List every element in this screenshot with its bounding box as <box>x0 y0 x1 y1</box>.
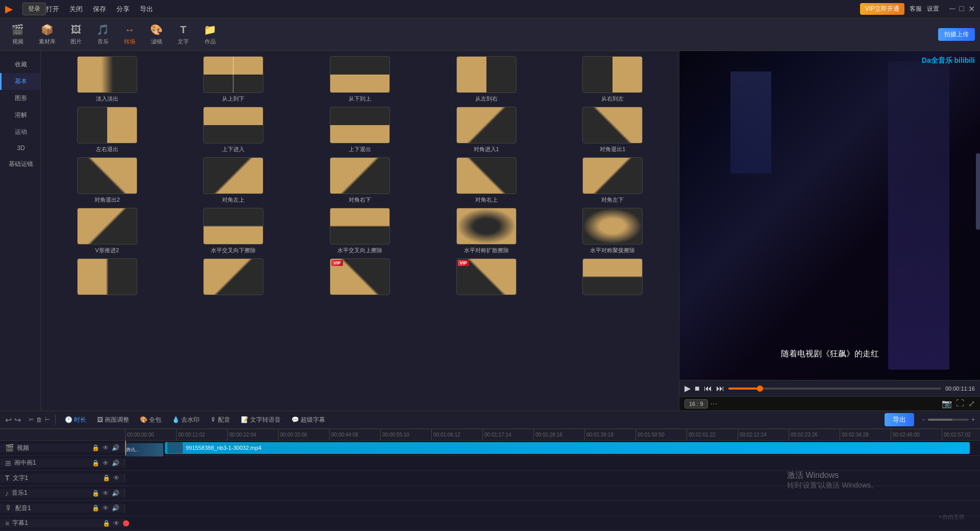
vip-button[interactable]: VIP立即开通 <box>860 3 904 15</box>
music-track-content[interactable] <box>125 486 980 501</box>
text-voice-button[interactable]: 📝 文字转语音 <box>237 414 285 426</box>
music-eye-icon[interactable]: 👁 <box>103 490 109 497</box>
watermark-button[interactable]: 💧 去水印 <box>168 414 204 426</box>
transition-h-sym-gather[interactable]: 水平对称聚拢擦除 <box>551 208 674 254</box>
sidebar-item-base-mirror[interactable]: 基础运镜 <box>0 156 40 173</box>
transition-more4[interactable]: VIP <box>425 258 548 297</box>
toolbar-filter[interactable]: 🎨 滤镜 <box>144 20 169 49</box>
zoom-in-button[interactable]: + <box>971 416 975 423</box>
close-button[interactable]: ✕ <box>968 4 975 14</box>
toolbar-transition[interactable]: ↔ 转场 <box>118 21 141 49</box>
caption-track-content[interactable] <box>125 516 980 531</box>
music-audio-icon[interactable]: 🔊 <box>112 490 119 497</box>
text-lock-icon[interactable]: 🔒 <box>103 474 110 481</box>
voiceover-eye-icon[interactable]: 👁 <box>103 504 109 512</box>
transition-right-left[interactable]: 从右到左 <box>551 56 674 103</box>
caption-lock-icon[interactable]: 🔒 <box>103 520 110 527</box>
transition-top-down[interactable]: 从上到下 <box>173 56 295 103</box>
sidebar-item-basic[interactable]: 基本 <box>0 73 40 90</box>
transition-bottom-up[interactable]: 从下到上 <box>299 56 421 103</box>
transition-diag-ru[interactable]: 对角右上 <box>425 157 548 204</box>
sidebar-item-motion[interactable]: 运动 <box>0 124 40 140</box>
progress-bar[interactable] <box>728 388 941 390</box>
color-button[interactable]: 🎨 全包 <box>136 414 165 426</box>
caption-button[interactable]: 💬 超级字幕 <box>287 414 329 426</box>
menu-save[interactable]: 保存 <box>93 5 106 14</box>
screenshot-button[interactable]: 📷 <box>942 399 952 408</box>
transition-diag-enter1[interactable]: 对角进入1 <box>425 107 548 153</box>
main-video-clip[interactable]: 991558388_nb3-1-30032.mp4 <box>165 442 970 454</box>
transition-fade[interactable]: 淡入淡出 <box>46 56 168 103</box>
voiceover-button[interactable]: 🎙 配音 <box>206 414 234 426</box>
ratio-button[interactable]: 16 : 9 <box>684 399 708 408</box>
video-audio-icon[interactable]: 🔊 <box>112 444 119 451</box>
toolbar-text[interactable]: T 文字 <box>172 21 195 49</box>
transition-diag-exit1[interactable]: 对角退出1 <box>551 107 674 153</box>
split-button[interactable]: ⊢ <box>45 416 50 423</box>
redo-button[interactable]: ↪ <box>14 415 21 425</box>
voiceover-lock-icon[interactable]: 🔒 <box>92 504 100 512</box>
pip-track-content[interactable] <box>125 456 980 471</box>
text-eye-icon[interactable]: 👁 <box>113 474 119 481</box>
maximize-button[interactable]: □ <box>959 4 964 14</box>
export-button[interactable]: 导出 <box>885 413 914 426</box>
undo-button[interactable]: ↩ <box>5 415 12 425</box>
delete-button[interactable]: 🗑 <box>36 416 42 423</box>
transition-more5[interactable] <box>551 258 674 297</box>
toolbar-music[interactable]: 🎵 音乐 <box>90 20 115 49</box>
transition-diag-ld[interactable]: 对角左下 <box>551 157 674 204</box>
video-track-content[interactable]: 腾讯... 991558388_nb3-1-30032.mp4 <box>125 441 980 455</box>
transition-h-cross-up[interactable]: 水平交叉向上擦除 <box>299 208 421 254</box>
next-frame-button[interactable]: ⏭ <box>716 384 724 393</box>
pip-lock-icon[interactable]: 🔒 <box>92 460 100 467</box>
toolbar-image[interactable]: 🖼 图片 <box>64 21 88 49</box>
transition-diag-lu[interactable]: 对角左上 <box>173 157 295 204</box>
right-scrollbar[interactable] <box>976 153 980 230</box>
menu-close[interactable]: 关闭 <box>69 5 83 14</box>
caption-eye-icon[interactable]: 👁 <box>113 520 119 527</box>
more-options-button[interactable]: ··· <box>710 399 717 408</box>
voiceover-audio-icon[interactable]: 🔊 <box>112 504 119 512</box>
zoom-out-button[interactable]: − <box>922 416 925 423</box>
sidebar-item-3d[interactable]: 3D <box>0 140 40 156</box>
prev-frame-button[interactable]: ⏮ <box>704 384 712 393</box>
transition-h-sym-expand[interactable]: 水平对称扩散擦除 <box>425 208 548 254</box>
transition-h-cross-down[interactable]: 水平交叉向下擦除 <box>173 208 295 254</box>
text-track-content[interactable] <box>125 471 980 486</box>
video-lock-icon[interactable]: 🔒 <box>92 444 100 451</box>
music-lock-icon[interactable]: 🔒 <box>92 490 100 497</box>
play-button[interactable]: ▶ <box>684 383 691 393</box>
progress-handle[interactable] <box>757 385 763 392</box>
fullscreen-button[interactable]: ⛶ <box>956 399 964 408</box>
video-eye-icon[interactable]: 👁 <box>103 444 109 451</box>
sidebar-item-dissolve[interactable]: 溶解 <box>0 107 40 124</box>
sidebar-item-shape[interactable]: 图形 <box>0 90 40 107</box>
menu-open[interactable]: 打开 <box>46 5 59 14</box>
toolbar-video[interactable]: 🎬 视频 <box>5 20 30 49</box>
frame-adjust-button[interactable]: 🖼 画面调整 <box>93 414 133 426</box>
transition-lr-exit[interactable]: 左右退出 <box>46 107 168 153</box>
cut-button[interactable]: ✂ <box>29 416 34 423</box>
sidebar-item-favorites[interactable]: 收藏 <box>0 56 40 73</box>
transition-more1[interactable] <box>46 258 168 297</box>
stop-button[interactable]: ■ <box>695 384 700 393</box>
settings-button[interactable]: 设置 <box>927 5 939 13</box>
transition-v-push2[interactable]: V形推进2 <box>46 208 168 254</box>
pip-eye-icon[interactable]: 👁 <box>103 460 109 467</box>
toolbar-material[interactable]: 📦 素材库 <box>33 20 62 49</box>
minimize-button[interactable]: ─ <box>949 4 955 14</box>
transition-ud-exit[interactable]: 上下退出 <box>299 107 421 153</box>
toolbar-works[interactable]: 📁 作品 <box>198 20 223 49</box>
transition-more2[interactable] <box>173 258 295 297</box>
transition-more3[interactable]: VIP <box>299 258 421 297</box>
menu-export[interactable]: 导出 <box>140 5 153 14</box>
transition-diag-exit2[interactable]: 对角退出2 <box>46 157 168 204</box>
service-button[interactable]: 客服 <box>910 5 922 13</box>
zoom-button[interactable]: ⤢ <box>968 399 975 408</box>
transition-ud-enter[interactable]: 上下进入 <box>173 107 295 153</box>
upload-promo-button[interactable]: 拍摄上传 <box>938 28 975 41</box>
menu-share[interactable]: 分享 <box>116 5 130 14</box>
pip-audio-icon[interactable]: 🔊 <box>112 460 119 467</box>
zoom-slider[interactable] <box>928 419 969 421</box>
time-adjust-button[interactable]: 🕐 时长 <box>61 414 90 426</box>
